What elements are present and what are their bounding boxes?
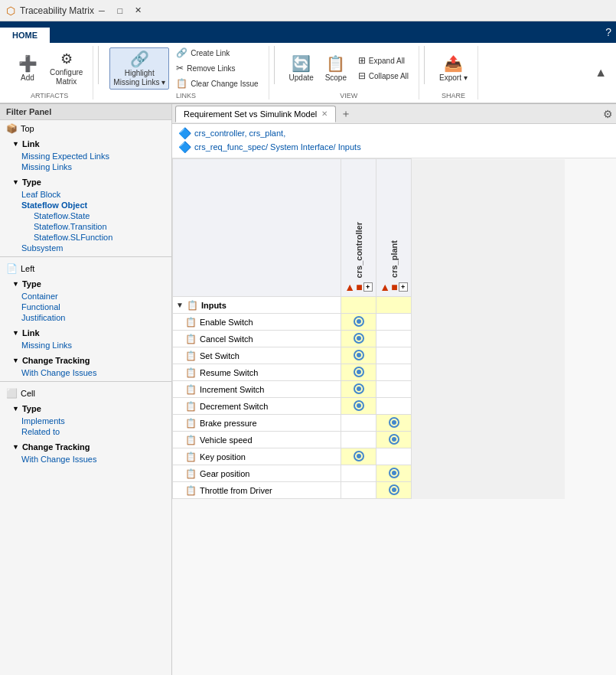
set-switch-cell-controller[interactable] [341,347,376,364]
remove-links-button[interactable]: ✂ Remove Links [172,61,262,75]
create-link-button[interactable]: 🔗 Create Link [172,46,262,60]
stateflow-state-label: Stateflow.State [34,211,90,220]
left-link-triangle: ▼ [12,329,19,337]
tab-home[interactable]: HOME [0,26,50,43]
cancel-switch-cell-plant [376,331,412,347]
clear-change-button[interactable]: 📋 Clear Change Issue [172,77,262,90]
cell-section-item[interactable]: ⬜ Cell [0,385,171,402]
inputs-collapse-icon[interactable]: ▼ [176,301,184,309]
cell-change-tracking-header[interactable]: ▼ Change Tracking [0,440,171,454]
view-group-label: VIEW [340,92,357,99]
matrix-container[interactable]: crs_controller ▲ ■ + crs_plant [172,158,616,675]
left-missing-links-label: Missing Links [21,341,72,350]
cell-type-group-header[interactable]: ▼ Type [0,402,171,416]
create-link-label: Create Link [191,49,230,57]
doc-link-row-2: 🔷 crs_req_func_spec/ System Interface/ I… [178,141,610,153]
highlight-missing-button[interactable]: 🔗 HighlightMissing Links ▾ [109,47,169,90]
type-group-header[interactable]: ▼ Type [0,175,171,189]
increment-switch-label: Increment Switch [200,385,264,394]
settings-icon[interactable]: ⚙ [603,108,613,120]
missing-links-item[interactable]: Missing Links [0,161,171,172]
container-item[interactable]: Container [0,291,171,302]
throttle-driver-cell-plant[interactable] [376,482,412,499]
cell-with-change-issues-item[interactable]: With Change Issues [0,454,171,465]
vehicle-speed-cell-plant[interactable] [376,432,412,448]
minimize-button[interactable]: ─ [94,5,109,17]
doc-icon-2: 🔷 [178,141,191,153]
inputs-row-icon: 📋 [187,300,198,311]
tab-close-icon[interactable]: ✕ [321,109,328,118]
cancel-switch-cell-controller[interactable] [341,331,376,347]
left-missing-links-item[interactable]: Missing Links [0,340,171,351]
doc-link-1[interactable]: crs_controller, crs_plant, [194,129,285,138]
export-button[interactable]: 📤 Export ▾ [435,52,471,84]
configure-matrix-button[interactable]: ⚙ ConfigureMatrix [46,48,86,89]
tab-req-vs-model[interactable]: Requirement Set vs Simulink Model ✕ [175,106,336,122]
top-section-label: Top [21,124,34,133]
with-change-issues-item[interactable]: With Change Issues [0,367,171,378]
help-icon[interactable]: ? [605,26,611,38]
close-button[interactable]: ✕ [131,5,146,17]
add-button[interactable]: ➕ Add [12,52,43,84]
expand-all-button[interactable]: ⊞ Expand All [354,54,412,67]
link-group-header[interactable]: ▼ Link [0,137,171,151]
filter-panel-title: Filter Panel [6,107,51,116]
increment-switch-cell-controller[interactable] [341,381,376,398]
doc-link-2[interactable]: crs_req_func_spec/ System Interface/ Inp… [194,142,361,152]
missing-expected-item[interactable]: Missing Expected Links [0,151,171,161]
table-row-brake-pressure: 📋 Brake pressure [173,415,565,432]
leaf-block-item[interactable]: Leaf Block [0,189,171,200]
decrement-switch-icon: 📋 [185,401,197,412]
highlight-label: HighlightMissing Links ▾ [113,69,165,87]
ribbon-group-view: 🔄 Update 📋 Scope ⊞ Expand All ⊟ Collapse… [279,46,420,99]
brake-pressure-label: Brake pressure [200,419,257,428]
functional-item[interactable]: Functional [0,302,171,312]
left-link-group-header[interactable]: ▼ Link [0,326,171,340]
stateflow-state-item[interactable]: Stateflow.State [0,210,171,221]
crs-controller-expand-icon[interactable]: + [363,282,373,292]
collapse-ribbon-icon[interactable]: ▲ [595,66,607,80]
stateflow-slfunction-item[interactable]: Stateflow.SLFunction [0,232,171,243]
tab-req-vs-model-label: Requirement Set vs Simulink Model [184,109,317,119]
export-label: Export ▾ [439,73,468,82]
filter-top-item[interactable]: 📦 Top [0,120,171,137]
stateflow-object-label: Stateflow Object [21,201,87,210]
scope-label: Scope [325,73,347,82]
maximize-button[interactable]: □ [112,5,128,17]
resume-switch-cell-controller[interactable] [341,364,376,381]
update-button[interactable]: 🔄 Update [285,52,318,84]
implements-item[interactable]: Implements [0,416,171,426]
decrement-switch-cell-controller[interactable] [341,398,376,415]
table-row-cancel-switch: 📋 Cancel Switch [173,331,565,347]
gear-position-cell-plant[interactable] [376,465,412,482]
highlight-icon: 🔗 [130,50,149,68]
scope-button[interactable]: 📋 Scope [321,52,351,84]
cancel-switch-icon: 📋 [185,334,197,344]
vehicle-speed-cell-controller [341,432,376,448]
key-position-cell-controller[interactable] [341,448,376,465]
change-tracking-header[interactable]: ▼ Change Tracking [0,354,171,367]
related-to-label: Related to [21,427,60,436]
remove-links-icon: ✂ [176,63,184,73]
left-type-group-header[interactable]: ▼ Type [0,277,171,291]
related-to-item[interactable]: Related to [0,426,171,437]
stateflow-object-item[interactable]: Stateflow Object [0,200,171,210]
cancel-switch-label: Cancel Switch [200,334,253,344]
subsystem-item[interactable]: Subsystem [0,243,171,253]
add-tab-button[interactable]: ＋ [341,107,351,121]
left-section-item[interactable]: 📄 Left [0,260,171,277]
justification-item[interactable]: Justification [0,312,171,323]
configure-icon: ⚙ [60,51,73,67]
throttle-driver-empty [412,482,565,499]
crs-plant-expand-icon[interactable]: + [399,282,408,292]
brake-pressure-cell-plant[interactable] [376,415,412,432]
enable-switch-cell-controller[interactable] [341,314,376,331]
collapse-all-button[interactable]: ⊟ Collapse All [354,69,412,83]
inputs-cell-empty [412,297,565,314]
throttle-driver-dot-plant [389,484,399,495]
stateflow-transition-item[interactable]: Stateflow.Transition [0,221,171,232]
col-header-crs-plant-label: crs_plant [388,237,400,281]
vehicle-speed-icon: 📋 [185,435,197,445]
decrement-switch-dot-controller [354,400,364,411]
link-group-label: Link [22,139,40,148]
